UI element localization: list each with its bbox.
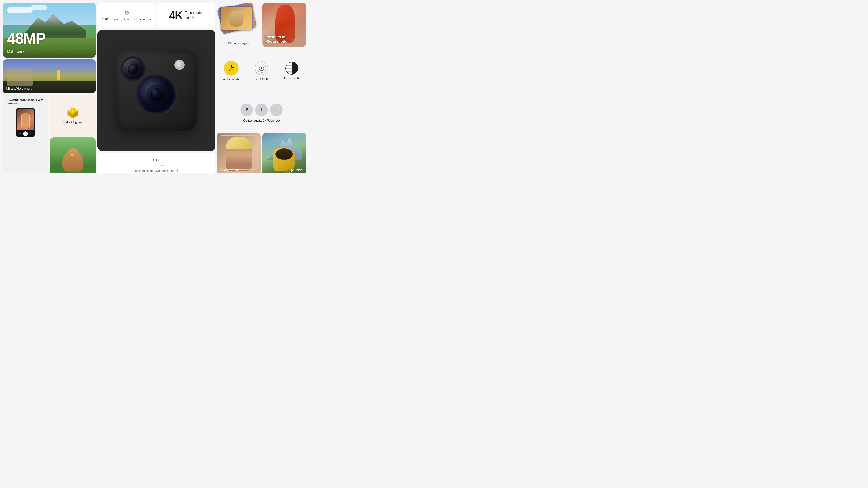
lens-center — [147, 85, 166, 104]
recycled-text: 100% recycled gold wire in the cameras — [102, 18, 151, 21]
tele-btn-1[interactable]: 1 — [255, 104, 268, 116]
top-bar: ♻ 100% recycled gold wire in the cameras… — [97, 3, 215, 28]
tick — [160, 165, 160, 166]
card-night-mode: Night mode — [277, 49, 306, 93]
svg-line-11 — [231, 66, 231, 69]
telephoto-buttons: .5 1 2× — [240, 104, 283, 116]
portrait-cube-icon — [66, 106, 79, 119]
recycle-icon: ♻ — [124, 9, 129, 16]
super-hires-label: Super-high-resolution photos — [280, 168, 303, 173]
person-front — [229, 11, 243, 27]
card-portraits-photo: Portraits inPhoto mode — [262, 3, 306, 47]
portraits-photo-label: Portraits inPhoto mode — [265, 35, 287, 44]
live-photos-label: Live Photos — [254, 77, 269, 80]
upper-left-lens — [123, 58, 144, 79]
card-action-mode: Action mode — [217, 49, 246, 93]
card-super-hires: Super-high-resolution photos — [262, 133, 306, 173]
card-portrait-lighting: Portrait Lighting — [50, 95, 96, 136]
tick — [161, 165, 161, 166]
tick-ruler — [149, 164, 164, 167]
tick — [162, 165, 163, 166]
tick — [158, 165, 158, 166]
svg-line-12 — [229, 69, 231, 70]
photo-front — [221, 7, 252, 30]
photonic-stack — [217, 3, 261, 40]
camera-hero — [97, 30, 215, 151]
telephoto-label: Optical-quality 2x Telephoto — [243, 119, 280, 122]
card-next-gen-portraits: Next-generationportraits — [217, 133, 261, 173]
bottom-left-grid: TrueDepth front camera with autofocus — [3, 95, 96, 173]
live-photos-icon — [255, 61, 268, 75]
person-figure — [57, 70, 60, 79]
phone-dot2 — [30, 133, 31, 134]
svg-point-5 — [75, 110, 76, 111]
aperture-display: ƒ 1.6 — [153, 158, 160, 162]
svg-line-15 — [233, 67, 234, 68]
flash-lens — [175, 60, 185, 70]
mid-right-row: Action mode Live Photos Night mode — [217, 49, 306, 93]
ultrawide-label: Ultra Wide camera — [6, 87, 32, 90]
tick — [154, 165, 154, 166]
tele-btn-05[interactable]: .5 — [240, 104, 253, 116]
night-mode-label: Night mode — [284, 77, 300, 80]
svg-line-13 — [231, 69, 232, 70]
svg-point-7 — [72, 111, 73, 112]
center-dot — [261, 67, 262, 69]
tick — [159, 165, 159, 166]
bottom-right-row: Next-generationportraits Super-high-reso… — [217, 133, 306, 173]
center-column: ♻ 100% recycled gold wire in the cameras… — [97, 3, 215, 173]
card-live-photos: Live Photos — [247, 49, 276, 93]
truedepth-title: TrueDepth front camera with autofocus — [6, 98, 45, 105]
aperture-f-symbol: ƒ — [153, 158, 154, 162]
card-ultrawide: Ultra Wide camera — [3, 59, 96, 93]
mp-label: 48MP — [7, 30, 45, 47]
tele-btn-2x[interactable]: 2× — [270, 104, 283, 116]
tick — [153, 165, 153, 166]
bottom-info: ƒ 1.6 Focus and Depth Control in portrai… — [97, 153, 215, 173]
main-lens — [138, 76, 175, 112]
photo-stack — [219, 4, 259, 33]
card-4k: 4K Cinematicmode — [157, 3, 215, 28]
left-column: 48MP Main camera Ultra Wide camera TrueD… — [3, 3, 96, 173]
card-smart-hdr: Smart HDR — [50, 137, 96, 173]
main-camera-label: Main camera — [7, 50, 27, 54]
tick — [151, 165, 152, 166]
cloud1 — [7, 7, 33, 13]
tick — [155, 165, 155, 166]
svg-point-6 — [70, 110, 71, 111]
tick — [150, 165, 151, 166]
top-right-row: Photonic Engine Portraits inPhoto mode — [217, 3, 306, 47]
focus-depth-label: Focus and Depth Control in portraits — [133, 169, 180, 172]
card-truedepth: TrueDepth front camera with autofocus — [3, 95, 48, 173]
tick-center — [156, 164, 156, 167]
phone-mockup — [16, 107, 35, 137]
svg-point-8 — [70, 112, 71, 113]
cloud2 — [31, 5, 48, 9]
phone-controls — [16, 130, 35, 137]
phone-dot — [20, 133, 21, 134]
aperture-value: 1.6 — [155, 158, 160, 162]
shutter-btn — [23, 131, 28, 136]
photonic-label: Photonic Engine — [217, 40, 261, 47]
tick — [152, 165, 152, 166]
action-mode-icon — [224, 61, 239, 76]
tick — [149, 165, 150, 166]
person-sitting — [273, 149, 295, 171]
cinematic-mode-label: Cinematicmode — [185, 10, 204, 20]
card-recycled: ♻ 100% recycled gold wire in the cameras — [97, 3, 156, 28]
svg-line-14 — [231, 66, 233, 68]
action-mode-label: Action mode — [223, 78, 240, 81]
4k-label: 4K — [169, 9, 182, 22]
rock-shape — [7, 69, 33, 87]
night-mode-icon — [285, 62, 298, 74]
night-stripes — [286, 62, 298, 74]
person-hair-dark — [276, 149, 293, 160]
card-telephoto: .5 1 2× Optical-quality 2x Telephoto — [217, 95, 306, 131]
card-photonic-engine: Photonic Engine — [217, 3, 261, 47]
tick — [163, 165, 164, 166]
focus-box — [22, 114, 30, 128]
svg-point-9 — [74, 112, 75, 113]
lens-ring — [141, 78, 172, 110]
camera-body — [116, 50, 197, 131]
card-48mp: 48MP Main camera — [3, 3, 96, 58]
